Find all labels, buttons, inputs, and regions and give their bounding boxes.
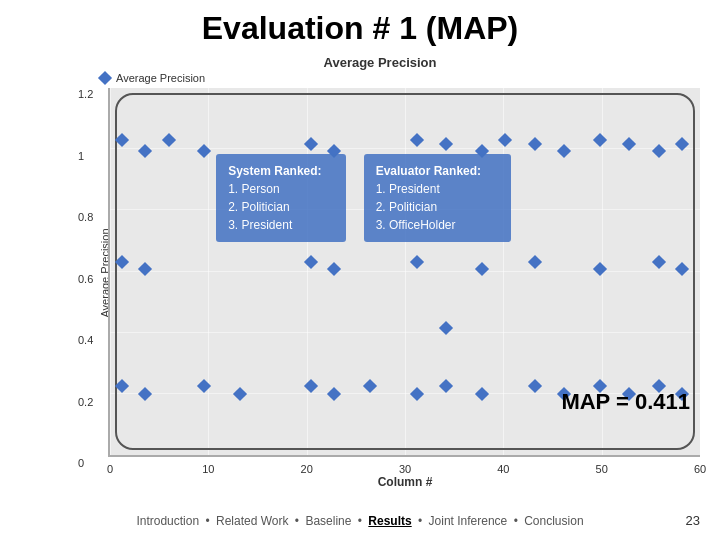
nav-conclusion[interactable]: Conclusion (524, 514, 583, 528)
evaluator-ranked-item-3: 3. OfficeHolder (376, 216, 500, 234)
data-point (115, 379, 129, 393)
data-point (593, 133, 607, 147)
legend-label: Average Precision (116, 72, 205, 84)
chart-inner: Average Precision 0 0.2 0.4 0.6 0.8 1 1.… (108, 88, 700, 457)
y-tick-06: 0.6 (78, 273, 93, 285)
data-point (115, 254, 129, 268)
map-value: MAP = 0.411 (561, 389, 690, 415)
evaluator-ranked-box: Evaluator Ranked: 1. President 2. Politi… (364, 154, 512, 242)
data-point (652, 144, 666, 158)
data-point (363, 379, 377, 393)
nav-sep-4: • (418, 514, 426, 528)
plot-area: 0 10 20 30 40 50 60 Column # (108, 88, 700, 457)
legend-diamond-icon (98, 71, 112, 85)
nav-sep-3: • (358, 514, 366, 528)
nav-introduction[interactable]: Introduction (136, 514, 199, 528)
system-ranked-item-2: 2. Politician (228, 198, 334, 216)
y-tick-10: 1 (78, 150, 84, 162)
data-point (528, 379, 542, 393)
data-point (327, 262, 341, 276)
x-tick-60: 60 (694, 463, 706, 475)
nav-sep-1: • (205, 514, 213, 528)
chart-legend: Average Precision (100, 72, 700, 84)
evaluator-ranked-title: Evaluator Ranked: (376, 162, 500, 180)
data-point (304, 379, 318, 393)
system-ranked-item-1: 1. Person (228, 180, 334, 198)
data-point (675, 262, 689, 276)
data-point (162, 133, 176, 147)
page-title: Evaluation # 1 (MAP) (0, 0, 720, 47)
system-ranked-item-3: 3. President (228, 216, 334, 234)
x-tick-10: 10 (202, 463, 214, 475)
data-point (652, 254, 666, 268)
data-point (304, 254, 318, 268)
y-tick-02: 0.2 (78, 396, 93, 408)
x-axis-label: Column # (110, 475, 700, 489)
page-number: 23 (686, 513, 700, 528)
data-point (475, 387, 489, 401)
nav-baseline[interactable]: Baseline (305, 514, 351, 528)
data-point (410, 133, 424, 147)
data-point (557, 144, 571, 158)
nav-results[interactable]: Results (368, 514, 411, 528)
chart-title: Average Precision (60, 55, 700, 70)
nav-related-work[interactable]: Related Work (216, 514, 288, 528)
x-tick-40: 40 (497, 463, 509, 475)
data-point (115, 133, 129, 147)
data-point (528, 254, 542, 268)
evaluator-ranked-item-1: 1. President (376, 180, 500, 198)
chart-area: Average Precision Average Precision Aver… (60, 55, 700, 460)
system-ranked-title: System Ranked: (228, 162, 334, 180)
data-point (327, 387, 341, 401)
data-point (138, 387, 152, 401)
data-point (233, 387, 247, 401)
data-point (498, 133, 512, 147)
data-point (410, 254, 424, 268)
bottom-navigation: Introduction • Related Work • Baseline •… (0, 514, 720, 528)
nav-sep-2: • (295, 514, 303, 528)
data-point (593, 262, 607, 276)
data-point (410, 387, 424, 401)
data-point (138, 144, 152, 158)
x-tick-30: 30 (399, 463, 411, 475)
system-ranked-box: System Ranked: 1. Person 2. Politician 3… (216, 154, 346, 242)
x-tick-50: 50 (596, 463, 608, 475)
x-tick-20: 20 (301, 463, 313, 475)
data-point (439, 379, 453, 393)
x-tick-0: 0 (107, 463, 113, 475)
nav-sep-5: • (514, 514, 522, 528)
nav-joint-inference[interactable]: Joint Inference (429, 514, 508, 528)
y-tick-12: 1.2 (78, 88, 93, 100)
y-tick-0: 0 (78, 457, 84, 469)
y-tick-04: 0.4 (78, 334, 93, 346)
chart-container: Average Precision Average Precision Aver… (60, 55, 700, 460)
data-point (475, 262, 489, 276)
y-tick-08: 0.8 (78, 211, 93, 223)
data-point (138, 262, 152, 276)
evaluator-ranked-item-2: 2. Politician (376, 198, 500, 216)
